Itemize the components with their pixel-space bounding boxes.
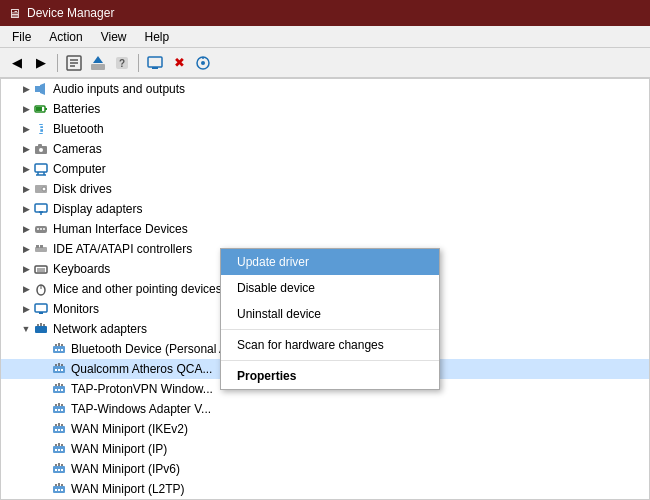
label-audio: Audio inputs and outputs bbox=[53, 82, 185, 96]
svg-rect-66 bbox=[58, 389, 60, 391]
svg-point-35 bbox=[43, 228, 45, 230]
tree-item-wan-ikev2[interactable]: WAN Miniport (IKEv2) bbox=[1, 419, 649, 439]
menu-view[interactable]: View bbox=[93, 28, 135, 46]
tree-item-wan-ipv6[interactable]: WAN Miniport (IPv6) bbox=[1, 459, 649, 479]
tree-item-display[interactable]: ▶Display adapters bbox=[1, 199, 649, 219]
icon-network bbox=[33, 321, 49, 337]
menu-action[interactable]: Action bbox=[41, 28, 90, 46]
icon-wan-ip bbox=[51, 441, 67, 457]
toolbar-sep-2 bbox=[138, 54, 139, 72]
label-bluetooth: Bluetooth bbox=[53, 122, 104, 136]
expander-tap-proton bbox=[37, 382, 51, 396]
menu-help[interactable]: Help bbox=[137, 28, 178, 46]
expander-keyboards: ▶ bbox=[19, 262, 33, 276]
expander-mice: ▶ bbox=[19, 282, 33, 296]
ctx-item-scan-changes[interactable]: Scan for hardware changes bbox=[221, 332, 439, 358]
menu-file[interactable]: File bbox=[4, 28, 39, 46]
tree-item-audio[interactable]: ▶Audio inputs and outputs bbox=[1, 79, 649, 99]
expander-computer: ▶ bbox=[19, 162, 33, 176]
icon-hid bbox=[33, 221, 49, 237]
svg-rect-53 bbox=[61, 349, 63, 351]
svg-rect-67 bbox=[61, 389, 63, 391]
svg-rect-58 bbox=[55, 369, 57, 371]
svg-rect-65 bbox=[55, 389, 57, 391]
forward-button[interactable]: ▶ bbox=[30, 52, 52, 74]
ctx-item-uninstall-device[interactable]: Uninstall device bbox=[221, 301, 439, 327]
svg-rect-13 bbox=[35, 86, 40, 92]
svg-rect-87 bbox=[58, 449, 60, 451]
svg-rect-101 bbox=[58, 489, 60, 491]
expander-disk: ▶ bbox=[19, 182, 33, 196]
ctx-item-disable-device[interactable]: Disable device bbox=[221, 275, 439, 301]
svg-rect-22 bbox=[38, 144, 42, 147]
icon-ide bbox=[33, 241, 49, 257]
svg-rect-4 bbox=[91, 64, 105, 70]
expander-network: ▼ bbox=[19, 322, 33, 336]
tree-item-disk[interactable]: ▶Disk drives bbox=[1, 179, 649, 199]
expander-monitors: ▶ bbox=[19, 302, 33, 316]
svg-rect-29 bbox=[35, 204, 47, 212]
scan-button[interactable] bbox=[192, 52, 214, 74]
svg-text:?: ? bbox=[119, 58, 125, 69]
svg-rect-73 bbox=[58, 409, 60, 411]
tree-item-cameras[interactable]: ▶Cameras bbox=[1, 139, 649, 159]
tree-item-computer[interactable]: ▶Computer bbox=[1, 159, 649, 179]
label-ide: IDE ATA/ATAPI controllers bbox=[53, 242, 192, 256]
label-monitors: Monitors bbox=[53, 302, 99, 316]
update-driver-toolbar-button[interactable] bbox=[87, 52, 109, 74]
svg-rect-79 bbox=[55, 429, 57, 431]
label-network: Network adapters bbox=[53, 322, 147, 336]
icon-monitors bbox=[33, 301, 49, 317]
help-button[interactable]: ? bbox=[111, 52, 133, 74]
icon-batteries bbox=[33, 101, 49, 117]
expander-cameras: ▶ bbox=[19, 142, 33, 156]
svg-point-11 bbox=[201, 61, 205, 65]
svg-rect-52 bbox=[58, 349, 60, 351]
expander-wan-ip bbox=[37, 442, 51, 456]
label-keyboards: Keyboards bbox=[53, 262, 110, 276]
tree-item-tap-windows[interactable]: TAP-Windows Adapter V... bbox=[1, 399, 649, 419]
tree-item-bluetooth[interactable]: ▶BBluetooth bbox=[1, 119, 649, 139]
tree-item-batteries[interactable]: ▶Batteries bbox=[1, 99, 649, 119]
uninstall-button[interactable]: ✖ bbox=[168, 52, 190, 74]
expander-tap-windows bbox=[37, 402, 51, 416]
svg-rect-100 bbox=[55, 489, 57, 491]
ctx-item-properties[interactable]: Properties bbox=[221, 363, 439, 389]
label-cameras: Cameras bbox=[53, 142, 102, 156]
expander-batteries: ▶ bbox=[19, 102, 33, 116]
expander-ide: ▶ bbox=[19, 242, 33, 256]
svg-rect-95 bbox=[61, 469, 63, 471]
svg-rect-51 bbox=[55, 349, 57, 351]
ctx-item-update-driver[interactable]: Update driver bbox=[221, 249, 439, 275]
icon-disk bbox=[33, 181, 49, 197]
expander-wan-l2tp bbox=[37, 482, 51, 496]
tree-item-wan-ip[interactable]: WAN Miniport (IP) bbox=[1, 439, 649, 459]
display-icon-button[interactable] bbox=[144, 52, 166, 74]
tree-item-hid[interactable]: ▶Human Interface Devices bbox=[1, 219, 649, 239]
svg-rect-74 bbox=[61, 409, 63, 411]
svg-marker-5 bbox=[93, 56, 103, 63]
tree-item-wan-l2tp[interactable]: WAN Miniport (L2TP) bbox=[1, 479, 649, 499]
properties-button[interactable] bbox=[63, 52, 85, 74]
label-tap-windows: TAP-Windows Adapter V... bbox=[71, 402, 211, 416]
svg-rect-94 bbox=[58, 469, 60, 471]
icon-wan-l2tp bbox=[51, 481, 67, 497]
svg-rect-72 bbox=[55, 409, 57, 411]
svg-text:B: B bbox=[38, 123, 46, 135]
svg-rect-60 bbox=[61, 369, 63, 371]
svg-rect-45 bbox=[39, 312, 43, 314]
icon-computer bbox=[33, 161, 49, 177]
label-hid: Human Interface Devices bbox=[53, 222, 188, 236]
label-wan-ikev2: WAN Miniport (IKEv2) bbox=[71, 422, 188, 436]
svg-rect-88 bbox=[61, 449, 63, 451]
label-disk: Disk drives bbox=[53, 182, 112, 196]
svg-point-34 bbox=[40, 228, 42, 230]
label-mice: Mice and other pointing devices bbox=[53, 282, 222, 296]
svg-rect-37 bbox=[36, 245, 39, 248]
label-computer: Computer bbox=[53, 162, 106, 176]
label-display: Display adapters bbox=[53, 202, 142, 216]
icon-cameras bbox=[33, 141, 49, 157]
back-button[interactable]: ◀ bbox=[6, 52, 28, 74]
label-tap-proton: TAP-ProtonVPN Window... bbox=[71, 382, 213, 396]
svg-point-28 bbox=[42, 187, 46, 191]
